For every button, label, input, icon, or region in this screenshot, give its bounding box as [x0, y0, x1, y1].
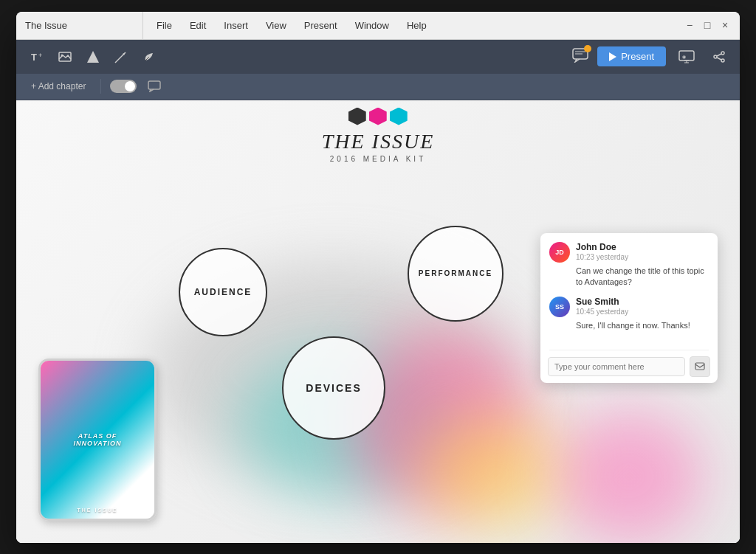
image-tool-button[interactable] — [53, 45, 77, 69]
slide-content: The Issue 2016 MEDIA KIT ATLAS OF INNOVA… — [16, 100, 740, 543]
menu-help[interactable]: Help — [399, 17, 434, 34]
comments-button[interactable] — [572, 48, 588, 66]
minimize-button[interactable]: − — [684, 19, 695, 31]
chapter-bar: + Add chapter — [16, 74, 740, 100]
menu-edit[interactable]: Edit — [182, 17, 213, 34]
comment-badge — [584, 45, 591, 52]
circle-performance: PERFORMANCE — [408, 226, 504, 322]
menu-window[interactable]: Window — [348, 17, 396, 34]
tablet-mockup: ATLAS OF INNOVATION THE ISSUE — [38, 359, 164, 528]
tablet-footer: THE ISSUE — [41, 508, 154, 513]
svg-line-22 — [717, 58, 721, 60]
window-title: The Issue — [25, 20, 67, 31]
menu-insert[interactable]: Insert — [216, 17, 255, 34]
chapter-divider — [100, 79, 101, 94]
menu-bar: File Edit Insert View Present Window Hel… — [143, 17, 684, 34]
titlebar: The Issue File Edit Insert View Present … — [16, 12, 740, 40]
svg-text:+: + — [38, 52, 42, 59]
chapter-icons — [110, 75, 166, 98]
comment-body: JD John Doe 10:23 yesterday Can we chang… — [540, 233, 718, 350]
svg-point-19 — [714, 55, 717, 58]
toolbar: T + — [16, 40, 740, 74]
comment-text-2: Sure, I'll change it now. Thanks! — [549, 320, 709, 331]
svg-point-18 — [721, 52, 724, 55]
comment-text-1: Can we change the title of this topic to… — [549, 266, 709, 288]
share-button[interactable] — [707, 45, 731, 69]
comment-time-1: 10:23 yesterday — [576, 253, 709, 261]
comment-meta-1: John Doe 10:23 yesterday — [576, 242, 709, 261]
hexagons — [322, 108, 435, 125]
menu-present[interactable]: Present — [297, 17, 345, 34]
comment-author-row-2: SS Sue Smith 10:45 yesterday — [549, 297, 709, 317]
comment-message-1: JD John Doe 10:23 yesterday Can we chang… — [549, 242, 709, 288]
svg-marker-4 — [87, 51, 99, 63]
circle-devices: DEVICES — [282, 336, 385, 440]
svg-rect-24 — [695, 363, 704, 370]
menu-file[interactable]: File — [149, 17, 179, 34]
add-chapter-button[interactable]: + Add chapter — [25, 78, 92, 94]
svg-text:◉: ◉ — [682, 55, 686, 59]
present-button[interactable]: Present — [597, 46, 666, 66]
comment-send-button[interactable] — [690, 356, 710, 377]
menu-view[interactable]: View — [258, 17, 294, 34]
comment-author-row-1: JD John Doe 10:23 yesterday — [549, 242, 709, 263]
comment-input-row — [540, 350, 718, 383]
svg-line-21 — [717, 54, 721, 56]
comment-time-2: 10:45 yesterday — [576, 308, 709, 316]
tablet-screen-text: ATLAS OF INNOVATION — [69, 432, 126, 447]
close-button[interactable]: × — [719, 19, 731, 31]
avatar-john-img: JD — [549, 242, 570, 263]
svg-rect-23 — [148, 81, 160, 89]
svg-line-7 — [115, 61, 117, 63]
svg-marker-12 — [609, 52, 616, 61]
circle-audience: AUDIENCE — [179, 248, 267, 336]
tablet-body: ATLAS OF INNOVATION THE ISSUE — [38, 359, 157, 521]
comment-author-name-1: John Doe — [576, 242, 709, 252]
svg-text:T: T — [31, 52, 37, 63]
slide-title: The Issue — [322, 130, 435, 153]
avatar-sue: SS — [549, 297, 570, 317]
text-tool-button[interactable]: T + — [25, 45, 49, 69]
canvas-area: The Issue 2016 MEDIA KIT ATLAS OF INNOVA… — [16, 100, 740, 543]
svg-point-20 — [721, 59, 724, 62]
window-controls: − □ × — [684, 19, 731, 31]
hex-dark — [348, 108, 366, 125]
svg-rect-13 — [679, 51, 694, 60]
toolbar-right: Present ◉ — [572, 45, 731, 69]
slide-subtitle: 2016 MEDIA KIT — [322, 155, 435, 163]
comment-popup: JD John Doe 10:23 yesterday Can we chang… — [540, 233, 718, 383]
bg-blob-yellow — [422, 418, 570, 528]
pen-tool-button[interactable] — [109, 45, 133, 69]
bg-blob-pink2 — [555, 410, 703, 543]
leaf-tool-button[interactable] — [137, 45, 161, 69]
maximize-button[interactable]: □ — [701, 19, 713, 31]
comment-message-2: SS Sue Smith 10:45 yesterday Sure, I'll … — [549, 297, 709, 331]
comment-meta-2: Sue Smith 10:45 yesterday — [576, 297, 709, 316]
screen-share-button[interactable]: ◉ — [675, 45, 698, 69]
hex-pink — [369, 108, 387, 125]
shape-tool-button[interactable] — [81, 45, 105, 69]
slide-header: The Issue 2016 MEDIA KIT — [322, 108, 435, 163]
avatar-sue-img: SS — [549, 297, 570, 317]
title-section: The Issue — [25, 12, 143, 39]
comment-input[interactable] — [548, 357, 685, 376]
chapter-comment-icon[interactable] — [142, 75, 166, 98]
comment-author-name-2: Sue Smith — [576, 297, 709, 307]
hex-teal — [390, 108, 408, 125]
view-toggle[interactable] — [110, 80, 137, 93]
tablet-screen: ATLAS OF INNOVATION THE ISSUE — [41, 361, 154, 519]
tool-group-text: T + — [25, 45, 161, 69]
avatar-john: JD — [549, 242, 570, 263]
app-window: The Issue File Edit Insert View Present … — [16, 12, 740, 543]
